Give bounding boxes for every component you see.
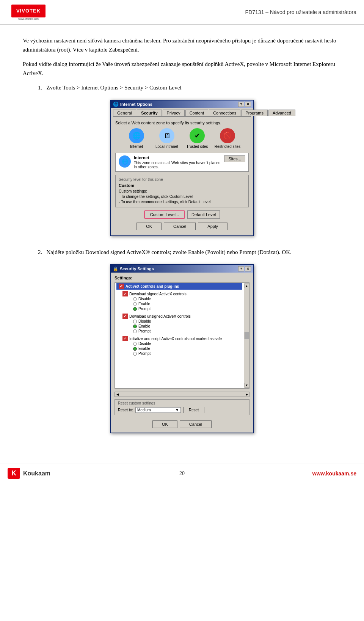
tab-advanced[interactable]: Advanced — [268, 110, 295, 116]
step2-label: 2. — [38, 249, 42, 255]
infobox-title: Internet — [134, 155, 224, 160]
sec-reset-dropdown[interactable]: Medium ▼ — [135, 407, 181, 413]
hscroll-right[interactable]: ▶ — [244, 392, 249, 397]
ie-titlebar: 🌐 Internet Options ? ✕ — [111, 100, 253, 108]
sec-radio-disable1: Disable — [122, 296, 236, 301]
sec-item-unsigned-header: ✔ Download unsigned ActiveX controls — [122, 314, 236, 319]
radio-disable2[interactable] — [133, 320, 137, 323]
ie-ok-cancel-row: OK Cancel Apply — [115, 220, 249, 232]
tab-content[interactable]: Content — [185, 110, 209, 116]
step1: 1. Zvolte Tools > Internet Options > Sec… — [38, 83, 341, 92]
sec-ok-cancel-row: OK Cancel — [115, 418, 249, 430]
sec-ok-button[interactable]: OK — [152, 420, 177, 428]
ie-ok-button[interactable]: OK — [136, 223, 162, 230]
sec-item-unsigned-label: Download unsigned ActiveX controls — [129, 314, 191, 318]
sec-reset-value: Medium — [137, 408, 151, 412]
logo-area: VIVOTEK www.vivotek.com — [8, 3, 49, 21]
sec-cancel-button[interactable]: Cancel — [180, 420, 212, 428]
sec-radio-enable1: Enable — [122, 301, 236, 306]
footer-logo: K Koukaam — [8, 468, 50, 479]
sec-dialog-title: Security Settings — [120, 267, 154, 271]
sec-dialog-icon: 🔒 — [113, 267, 118, 271]
main-content: Ve výchozím nastavení není síťová kamera… — [0, 25, 364, 456]
sec-item-initialize: ✔ Initialize and script ActiveX controls… — [115, 336, 244, 356]
custom-level-button[interactable]: Custom Level... — [144, 210, 185, 219]
radio-prompt1-label: Prompt — [138, 307, 151, 311]
sec-reset-label: Reset custom settings — [118, 401, 246, 405]
ie-dialog: 🌐 Internet Options ? ✕ General Security … — [110, 100, 254, 236]
sec-titlebar: 🔒 Security Settings ? ✕ — [111, 265, 253, 273]
infobox-desc: This zone contains all Web sites you hav… — [134, 161, 224, 169]
step2-heading: 2. Najděte položku Download signed Activ… — [38, 249, 292, 255]
sec-dropdown-arrow: ▼ — [175, 408, 179, 412]
ie-tabs: General Security Privacy Content Connect… — [111, 108, 253, 116]
ie-sec-desc: Custom settings: - To change the setting… — [119, 189, 245, 205]
sec-item-signed: ✔ Download signed ActiveX controls Disab… — [115, 291, 244, 312]
step1-text: Zvolte Tools > Internet Options > Securi… — [47, 85, 182, 91]
sec-item-unsigned: ✔ Download unsigned ActiveX controls Dis… — [115, 313, 244, 334]
zone-trusted[interactable]: ✔ Trusted sites — [184, 128, 211, 149]
paragraph1: Ve výchozím nastavení není síťová kamera… — [23, 36, 341, 54]
radio-disable2-label: Disable — [138, 319, 151, 323]
tab-connections[interactable]: Connections — [209, 110, 240, 116]
ie-dialog-container: 🌐 Internet Options ? ✕ General Security … — [23, 100, 341, 236]
sec-reset-section: Reset custom settings Reset to: Medium ▼… — [115, 399, 249, 415]
footer-logo-box: K — [8, 468, 20, 479]
footer-website: www.koukaam.se — [312, 470, 356, 477]
sec-radio-enable3: Enable — [122, 346, 236, 351]
sec-titlebar-title: 🔒 Security Settings — [113, 267, 154, 271]
radio-disable1[interactable] — [133, 297, 137, 301]
scroll-up-arrow[interactable]: ▲ — [245, 284, 249, 288]
sec-settings-label: Settings: — [115, 276, 249, 280]
titlebar-title: 🌐 Internet Options — [113, 102, 152, 107]
tab-security[interactable]: Security — [137, 110, 162, 116]
help-button[interactable]: ? — [238, 102, 244, 107]
step2-text: Najděte položku Download signed ActiveX®… — [47, 249, 292, 255]
sec-close-button[interactable]: ✕ — [245, 266, 251, 271]
footer: K Koukaam 20 www.koukaam.se — [0, 464, 364, 483]
radio-prompt3[interactable] — [133, 352, 137, 356]
sec-hscrollbar[interactable]: ◀ ▶ — [115, 392, 249, 397]
ie-security-level: Security level for this zone Custom Cust… — [115, 175, 249, 207]
sec-radio-prompt1: Prompt — [122, 306, 236, 311]
sites-button[interactable]: Sites... — [224, 155, 245, 162]
radio-disable3[interactable] — [133, 342, 137, 346]
footer-page-number: 20 — [179, 470, 185, 477]
close-button[interactable]: ✕ — [245, 102, 251, 107]
ie-zone-desc: Select a Web content zone to specify its… — [115, 121, 249, 125]
scroll-thumb[interactable] — [245, 332, 249, 339]
radio-enable2[interactable] — [133, 325, 137, 328]
radio-prompt3-label: Prompt — [138, 351, 151, 356]
radio-enable3[interactable] — [133, 347, 137, 351]
sec-group-activex-header: ✔ ActiveX controls and plug-ins — [116, 283, 242, 290]
sec-item-signed-icon: ✔ — [122, 291, 128, 296]
tab-privacy[interactable]: Privacy — [163, 110, 185, 116]
radio-prompt2[interactable] — [133, 329, 137, 333]
sec-dialog-container: 🔒 Security Settings ? ✕ Settings: — [23, 264, 341, 433]
radio-enable1[interactable] — [133, 302, 137, 306]
scroll-down-arrow[interactable]: ▼ — [245, 383, 249, 387]
zone-internet[interactable]: 🌐 Internet — [123, 128, 150, 149]
zone-intranet[interactable]: 🖥 Local intranet — [153, 128, 180, 149]
sec-help-button[interactable]: ? — [238, 266, 244, 271]
zone-restricted[interactable]: 🚫 Restricted sites — [214, 128, 241, 149]
radio-enable1-label: Enable — [138, 302, 150, 306]
radio-prompt1[interactable] — [133, 307, 137, 311]
tab-general[interactable]: General — [113, 110, 136, 116]
default-level-button[interactable]: Default Level — [187, 210, 220, 219]
ie-cancel-button[interactable]: Cancel — [164, 223, 196, 230]
zone-trusted-label: Trusted sites — [187, 144, 208, 149]
sec-radio-prompt3: Prompt — [122, 351, 236, 356]
sec-radio-prompt2: Prompt — [122, 329, 236, 334]
zone-trusted-icon: ✔ — [190, 128, 205, 143]
sec-scrollbar[interactable]: ▲ ▼ — [244, 283, 249, 388]
zone-internet-icon: 🌐 — [129, 128, 144, 143]
hscroll-left[interactable]: ◀ — [115, 392, 120, 397]
step1-label: 1. — [38, 85, 42, 91]
tab-programs[interactable]: Programs — [241, 110, 268, 116]
sec-reset-button[interactable]: Reset — [183, 407, 204, 413]
infobox-icon: 🌐 — [119, 155, 131, 168]
sec-item-unsigned-icon: ✔ — [122, 314, 128, 319]
ie-bottom-row: Custom Level... Default Level — [115, 210, 249, 219]
ie-apply-button[interactable]: Apply — [198, 223, 228, 230]
